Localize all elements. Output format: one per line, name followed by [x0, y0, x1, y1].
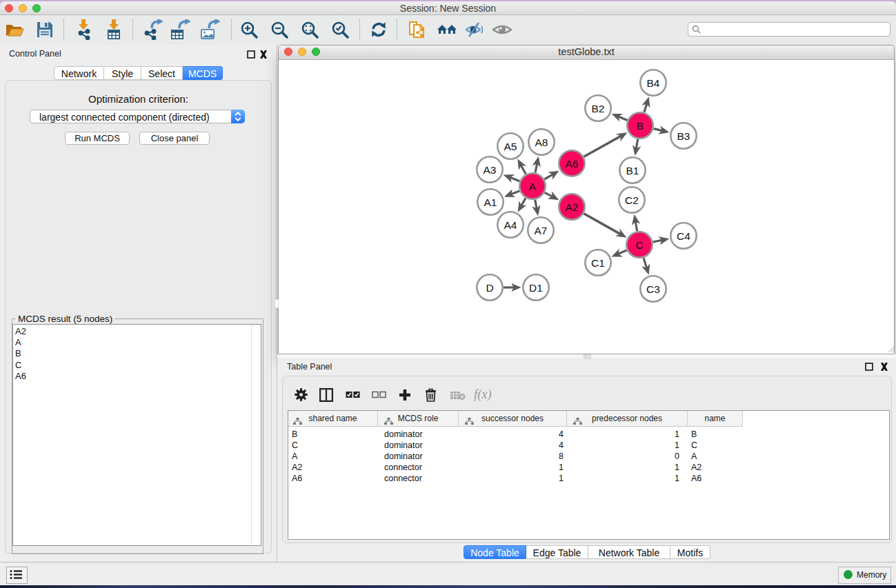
- svg-text:B3: B3: [677, 130, 690, 142]
- svg-text:A5: A5: [504, 141, 517, 152]
- svg-text:D: D: [486, 282, 493, 294]
- svg-text:B2: B2: [592, 103, 605, 114]
- svg-text:B1: B1: [626, 165, 639, 176]
- svg-text:C: C: [635, 239, 643, 251]
- svg-text:A3: A3: [484, 164, 497, 176]
- svg-text:A7: A7: [535, 225, 548, 236]
- svg-text:B: B: [637, 120, 644, 132]
- svg-text:C4: C4: [677, 230, 690, 242]
- svg-text:A8: A8: [535, 136, 548, 148]
- svg-text:C1: C1: [591, 257, 605, 269]
- svg-text:A4: A4: [504, 219, 517, 231]
- svg-text:D1: D1: [529, 282, 543, 294]
- svg-text:C3: C3: [646, 283, 660, 295]
- svg-text:B4: B4: [647, 77, 660, 89]
- svg-text:A: A: [529, 181, 537, 192]
- svg-text:A1: A1: [484, 196, 497, 208]
- svg-text:A6: A6: [566, 158, 579, 170]
- svg-text:C2: C2: [625, 194, 639, 206]
- svg-text:A2: A2: [566, 201, 579, 213]
